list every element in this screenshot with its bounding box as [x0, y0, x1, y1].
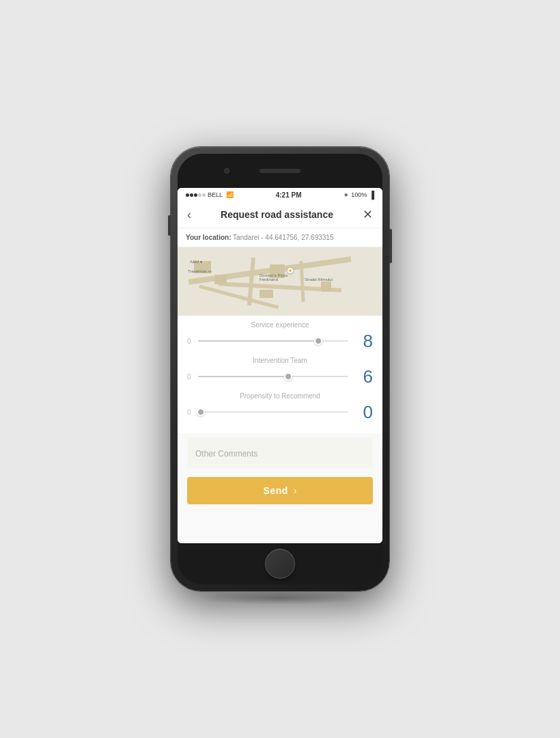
send-button[interactable]: Send › [187, 477, 373, 504]
phone-top-bar [178, 154, 382, 188]
signal-dot-5 [202, 193, 206, 197]
back-button[interactable]: ‹ [186, 207, 193, 222]
signal-dot-2 [190, 193, 193, 197]
slider-row-3: 0 0 [187, 403, 373, 421]
signal-dot-3 [194, 193, 197, 197]
map-view[interactable]: A&M ● Travelmax.ro Domino's PizzaFerdina… [178, 247, 382, 316]
rating-value-2: 6 [354, 368, 373, 385]
rating-intervention-team: Intervention Team 0 6 [187, 357, 373, 385]
location-bar: Your location: Tandarei - 44.641756, 27.… [178, 228, 382, 247]
comments-field[interactable]: Other Comments [187, 437, 373, 469]
battery-percent: 100% [351, 191, 367, 198]
front-camera [224, 168, 229, 174]
phone-device: BELL 📶 4:21 PM ∗ 100% ▐ ‹ Request road a… [171, 147, 389, 591]
battery-icon: ▐ [369, 191, 374, 199]
location-label: Your location: [186, 234, 231, 241]
slider-fill-2 [198, 376, 288, 377]
phone-screen: BELL 📶 4:21 PM ∗ 100% ▐ ‹ Request road a… [178, 154, 382, 584]
rating-label-3: Propensity to Recommend [187, 392, 373, 400]
status-right: ∗ 100% ▐ [344, 191, 374, 199]
main-content: Your location: Tandarei - 44.641756, 27.… [178, 228, 382, 543]
rating-service-experience: Service experience 0 8 [187, 321, 373, 350]
map-block-2 [214, 275, 227, 284]
slider-min-2: 0 [187, 373, 193, 381]
slider-track-2[interactable] [198, 376, 348, 377]
rating-value-1: 8 [354, 332, 373, 350]
status-left: BELL 📶 [186, 191, 234, 198]
slider-thumb-2[interactable] [284, 372, 292, 381]
signal-dot-4 [198, 193, 201, 197]
rating-label-1: Service experience [187, 321, 373, 329]
send-label: Send [264, 485, 288, 496]
location-coords: Tandarei - 44.641756, 27.693315 [233, 234, 333, 241]
close-button[interactable]: ✕ [361, 207, 374, 222]
carrier-label: BELL [208, 191, 223, 198]
slider-row-2: 0 6 [187, 368, 373, 385]
status-bar: BELL 📶 4:21 PM ∗ 100% ▐ [178, 188, 382, 202]
send-arrow-icon: › [294, 485, 297, 496]
map-background: A&M ● Travelmax.ro Domino's PizzaFerdina… [178, 247, 382, 316]
comments-placeholder: Other Comments [195, 449, 257, 459]
earpiece-speaker [260, 169, 300, 173]
rating-propensity-recommend: Propensity to Recommend 0 0 [187, 392, 373, 421]
signal-dot-1 [186, 193, 189, 197]
phone-shadow [198, 591, 362, 605]
navigation-bar: ‹ Request road assistance ✕ [178, 202, 382, 228]
map-label-1: A&M ● [190, 260, 202, 264]
ratings-section: Service experience 0 8 [178, 316, 382, 433]
slider-track-3[interactable] [198, 411, 348, 413]
map-pin [288, 268, 293, 273]
bluetooth-icon: ∗ [344, 191, 349, 198]
slider-thumb-3[interactable] [197, 408, 205, 416]
slider-row-1: 0 8 [187, 332, 373, 350]
slider-min-3: 0 [187, 409, 193, 416]
app-screen: BELL 📶 4:21 PM ∗ 100% ▐ ‹ Request road a… [178, 188, 382, 543]
slider-thumb-1[interactable] [314, 337, 322, 345]
home-button[interactable] [265, 549, 295, 579]
page-title: Request road assistance [221, 209, 333, 220]
rating-label-2: Intervention Team [187, 357, 373, 364]
map-label-3: Domino's PizzaFerdinand [260, 273, 288, 282]
phone-bottom [178, 543, 382, 584]
map-pin-circle [288, 268, 293, 273]
slider-min-1: 0 [187, 338, 193, 345]
wifi-icon: 📶 [226, 191, 234, 198]
map-label-4: Strada Ritmului [305, 277, 333, 282]
slider-fill-1 [198, 340, 318, 342]
map-label-2: Travelmax.ro [188, 269, 212, 273]
map-block-5 [260, 290, 273, 298]
slider-track-1[interactable] [198, 340, 348, 342]
rating-value-3: 0 [354, 403, 373, 421]
map-block-4 [321, 282, 331, 292]
status-time: 4:21 PM [276, 191, 302, 199]
signal-dots [186, 193, 206, 197]
